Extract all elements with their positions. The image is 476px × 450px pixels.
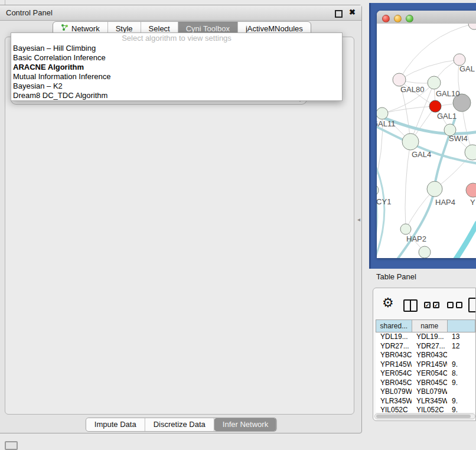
table-panel-title: Table Panel	[376, 272, 416, 281]
algorithm-option-basic-correlation-inference[interactable]: Basic Correlation Inference	[11, 53, 342, 63]
table-cell: YBR045C	[412, 379, 447, 388]
table-row[interactable]: YBL079WYBL079W	[376, 387, 475, 397]
network-node-gal4[interactable]	[402, 133, 419, 150]
bottom-tab-infer-network[interactable]: Infer Network	[214, 418, 276, 431]
table-cell: YDR27...	[376, 342, 412, 351]
table-cell: YDL19...	[376, 332, 412, 342]
table-cell	[447, 387, 475, 397]
table-cell: YER054C	[412, 369, 447, 379]
table-row[interactable]: YPR145WYPR145W9.	[376, 360, 475, 370]
table-cell: YIL052C	[412, 406, 447, 412]
table-cell: YER054C	[376, 369, 412, 379]
table-cell: YLR345W	[412, 397, 447, 406]
network-node-node-bottom[interactable]	[419, 246, 431, 258]
network-edge[interactable]	[382, 106, 435, 113]
algorithm-dropdown-prompt: Select algorithm to view settings	[11, 33, 342, 44]
column-visibility-icon[interactable]	[403, 299, 418, 312]
column-header-clipped[interactable]	[448, 320, 475, 332]
network-node-label-gal11: GAL11	[377, 119, 396, 128]
network-edge-thick[interactable]	[377, 158, 384, 258]
network-node-gal-partial[interactable]	[454, 54, 465, 66]
network-node-label-gal-partial: GAL	[459, 64, 475, 73]
zoom-window-icon[interactable]	[406, 15, 413, 22]
network-node-gcy1[interactable]	[377, 184, 379, 196]
algorithm-option-bayesian-k2[interactable]: Bayesian – K2	[11, 81, 342, 91]
table-row[interactable]: YDR27...YDR27...12	[376, 342, 475, 351]
network-node-label-hap4: HAP4	[435, 198, 455, 207]
network-node-hap4[interactable]	[427, 181, 442, 197]
network-canvas[interactable]: GALGAL80GAL10GAL1GAL11SWI4GAL4GCY1HAP4YH…	[377, 24, 476, 258]
network-node-label-gal10: GAL10	[436, 89, 459, 98]
network-node-node-top[interactable]	[468, 24, 476, 30]
float-window-button[interactable]	[335, 10, 343, 18]
table-cell: YDR27...	[412, 342, 447, 351]
table-cell: YBR045C	[376, 379, 412, 388]
table-cell: 8.	[447, 369, 475, 379]
screen: Control Panel ✖ NetworkStyleSelectCyni T…	[0, 0, 476, 450]
table-cell: YBL079W	[376, 387, 412, 397]
network-node-gal11[interactable]	[377, 107, 388, 119]
table-settings-gear-icon[interactable]: ⚙	[382, 296, 394, 309]
network-edge[interactable]	[399, 60, 459, 80]
table-horizontal-scrollbar[interactable]	[374, 413, 475, 419]
table-cell: YPR145W	[376, 360, 412, 370]
cyni-bottom-tab-bar: Impute DataDiscretize DataInfer Network	[86, 418, 277, 432]
table-header-row: shared...name	[376, 319, 475, 332]
algorithm-option-dream8-dc-tdc-algorithm[interactable]: Dream8 DC_TDC Algorithm	[11, 91, 342, 100]
table-cell: 13	[447, 332, 475, 342]
export-table-icon[interactable]	[468, 298, 476, 312]
select-all-checkboxes-icon[interactable]: ✓✓	[424, 302, 439, 312]
table-row[interactable]: YBR043CYBR043C	[376, 351, 475, 360]
network-node-label-gal4: GAL4	[412, 150, 431, 159]
bottom-tab-impute-data[interactable]: Impute Data	[86, 418, 145, 431]
table-row[interactable]: YIL052CYIL052C9.	[376, 406, 475, 412]
algorithm-dropdown-popup: Select algorithm to view settings Bayesi…	[11, 32, 343, 101]
table-cell: YLR345W	[376, 397, 412, 406]
table-cell: 9.	[447, 397, 475, 406]
table-cell: 9.	[447, 379, 475, 388]
table-row[interactable]: YER054CYER054C8.	[376, 369, 475, 379]
table-row[interactable]: YBR045CYBR045C9.	[376, 379, 475, 388]
table-cell: 12	[447, 342, 475, 351]
close-window-icon[interactable]	[382, 15, 390, 22]
network-node-label-node-salmon: Y	[470, 198, 475, 207]
network-edge[interactable]	[405, 142, 410, 229]
network-node-gal1[interactable]	[429, 100, 441, 112]
table-row[interactable]: YLR345WYLR345W9.	[376, 397, 475, 406]
network-node-node-salmon[interactable]	[466, 183, 476, 197]
network-edge-thick[interactable]	[455, 223, 476, 258]
network-edge-thick[interactable]	[377, 172, 377, 258]
network-node-label-swi4: SWI4	[449, 134, 468, 143]
network-node-label-hap2: HAP2	[406, 234, 426, 243]
network-node-gal80[interactable]	[393, 73, 406, 86]
table-panel: ⚙ ✓✓ shared...name YDL19...YDL19...13YDR…	[373, 288, 476, 421]
table-cell: YDL19...	[412, 332, 447, 342]
window-edge-line	[5, 0, 5, 5]
algorithm-option-bayesian-hill-climbing[interactable]: Bayesian – Hill Climbing	[11, 44, 342, 53]
bottom-tab-discretize-data[interactable]: Discretize Data	[145, 418, 214, 431]
network-node-label-gal80: GAL80	[400, 85, 424, 94]
column-header-shared[interactable]: shared...	[376, 320, 412, 332]
network-window: GALGAL80GAL10GAL1GAL11SWI4GAL4GCY1HAP4YH…	[377, 11, 476, 258]
minimize-window-icon[interactable]	[394, 15, 402, 22]
panel-splitter-grip[interactable]: ◂	[357, 216, 360, 223]
control-panel-title: Control Panel	[6, 8, 53, 17]
table-cell: 9.	[447, 406, 475, 412]
network-node-hap2[interactable]	[400, 224, 411, 234]
algorithm-option-aracne-algorithm[interactable]: ARACNE Algorithm	[11, 63, 342, 72]
table-row[interactable]: YDL19...YDL19...13	[376, 332, 475, 342]
deselect-all-checkboxes-icon[interactable]	[447, 302, 462, 312]
close-panel-button[interactable]: ✖	[349, 8, 356, 17]
table-cell: YPR145W	[412, 360, 447, 370]
network-node-label-gal1: GAL1	[437, 112, 457, 120]
column-header-name[interactable]: name	[412, 320, 448, 332]
table-cell: YBL079W	[412, 387, 447, 397]
table-cell: 9.	[447, 360, 475, 370]
network-node-gal10[interactable]	[428, 76, 441, 89]
algorithm-option-mutual-information-inference[interactable]: Mutual Information Inference	[11, 72, 342, 81]
network-node-label-gcy1: GCY1	[377, 197, 391, 206]
table-cell: YBR043C	[376, 351, 412, 360]
table-cell: YBR043C	[412, 351, 447, 360]
minimized-panel-icon[interactable]	[5, 441, 18, 450]
algorithm-dropdown-list: Bayesian – Hill ClimbingBasic Correlatio…	[11, 44, 342, 100]
